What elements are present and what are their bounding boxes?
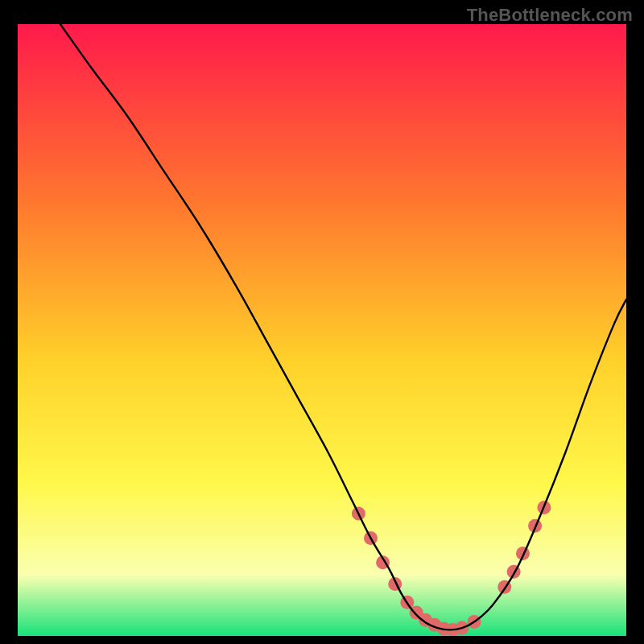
plot-area [18, 24, 626, 636]
gradient-background [18, 24, 626, 636]
watermark-text: TheBottleneck.com [467, 5, 633, 26]
chart-frame: TheBottleneck.com [0, 0, 644, 644]
chart-svg [18, 24, 626, 636]
